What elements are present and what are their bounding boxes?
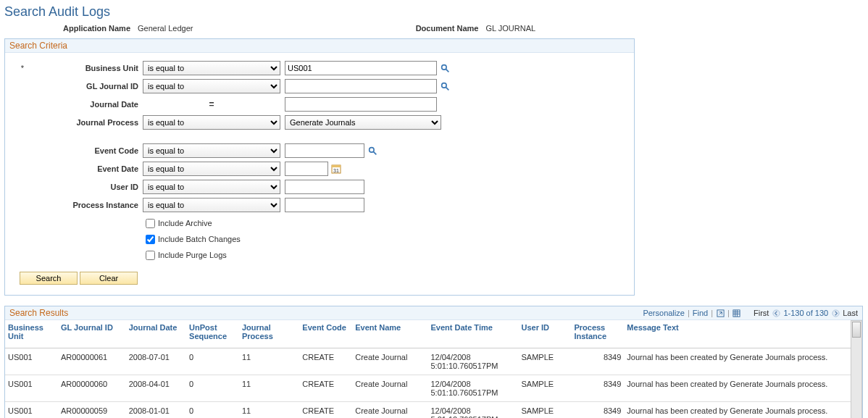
lookup-icon[interactable] [440, 81, 450, 91]
business-unit-label: Business Unit [27, 64, 143, 72]
cell-msg: Journal has been created by Generate Jou… [624, 375, 851, 402]
calendar-icon[interactable]: 31 [331, 164, 341, 174]
svg-point-2 [441, 83, 446, 88]
last-link[interactable]: Last [843, 309, 858, 317]
lookup-icon[interactable] [440, 63, 450, 73]
search-results-title: Search Results [9, 308, 68, 318]
cell-edt: 12/04/2008 5:01:10.760517PM [427, 375, 518, 402]
business-unit-op[interactable]: is equal to [143, 61, 280, 75]
col-unpost-sequence[interactable]: UnPost Sequence [186, 320, 239, 348]
results-table: Business Unit GL Journal ID Journal Date… [5, 320, 851, 418]
cell-ecode: CREATE [299, 402, 352, 419]
cell-jdate: 2008-04-01 [126, 375, 186, 402]
page-title: Search Audit Logs [4, 4, 864, 20]
svg-line-10 [719, 312, 722, 314]
find-link[interactable]: Find [693, 309, 708, 317]
table-row: US001AR000000592008-01-01011CREATECreate… [5, 402, 851, 419]
lookup-icon[interactable] [367, 146, 377, 156]
cell-ecode: CREATE [299, 375, 352, 402]
doc-name-value: GL JOURNAL [483, 24, 535, 33]
include-batch-checkbox[interactable] [146, 235, 155, 244]
cell-jproc: 11 [239, 402, 299, 419]
table-row: US001AR000000612008-07-01011CREATECreate… [5, 348, 851, 375]
cell-edt: 12/04/2008 5:01:10.760517PM [427, 402, 518, 419]
cell-jdate: 2008-07-01 [126, 348, 186, 375]
event-date-label: Event Date [27, 164, 143, 173]
gl-journal-id-input[interactable] [285, 79, 437, 93]
col-journal-process[interactable]: Journal Process [239, 320, 299, 348]
cell-jid: AR00000060 [58, 375, 126, 402]
cell-jproc: 11 [239, 348, 299, 375]
include-archive-label: Include Archive [158, 219, 212, 227]
prev-icon[interactable] [772, 309, 780, 317]
cell-msg: Journal has been created by Generate Jou… [624, 402, 851, 419]
required-marker: * [12, 64, 27, 72]
cell-unpost: 0 [186, 348, 239, 375]
process-instance-op[interactable]: is equal to [143, 198, 280, 212]
cell-uid: SAMPLE [518, 375, 571, 402]
svg-line-3 [446, 87, 448, 90]
scrollbar-thumb[interactable] [852, 322, 861, 338]
search-criteria-group: Search Criteria * Business Unit is equal… [4, 38, 635, 296]
gl-journal-id-op[interactable]: is equal to [143, 79, 280, 93]
user-id-input[interactable] [285, 180, 364, 194]
gl-journal-id-label: GL Journal ID [27, 82, 143, 91]
event-code-op[interactable]: is equal to [143, 143, 280, 158]
cell-bu: US001 [5, 402, 58, 419]
col-event-date-time[interactable]: Event Date Time [427, 320, 518, 348]
svg-point-0 [441, 64, 446, 70]
event-date-op[interactable]: is equal to [143, 162, 280, 176]
page-range: 1-130 of 130 [783, 309, 828, 317]
journal-process-value[interactable]: Generate Journals [285, 115, 441, 130]
cell-ecode: CREATE [299, 348, 352, 375]
event-code-input[interactable] [285, 143, 364, 158]
cell-jid: AR00000059 [58, 402, 126, 419]
app-name-label: Application Name [4, 24, 135, 33]
table-row: US001AR000000602008-04-01011CREATECreate… [5, 375, 851, 402]
scrollbar[interactable] [851, 320, 862, 418]
zoom-icon[interactable] [716, 309, 725, 317]
process-instance-input[interactable] [285, 198, 364, 212]
cell-ename: Create Journal [352, 375, 427, 402]
process-instance-label: Process Instance [27, 201, 143, 209]
cell-bu: US001 [5, 348, 58, 375]
svg-text:31: 31 [333, 168, 339, 173]
cell-unpost: 0 [186, 402, 239, 419]
event-code-label: Event Code [27, 146, 143, 155]
cell-jdate: 2008-01-01 [126, 402, 186, 419]
col-process-instance[interactable]: Process Instance [571, 320, 624, 348]
search-results-group: Search Results Personalize | Find | | Fi… [4, 306, 863, 418]
business-unit-input[interactable] [285, 61, 437, 75]
col-journal-date[interactable]: Journal Date [126, 320, 186, 348]
cell-pi: 8349 [571, 402, 624, 419]
search-criteria-title: Search Criteria [5, 39, 634, 53]
personalize-link[interactable]: Personalize [643, 309, 684, 317]
include-archive-checkbox[interactable] [146, 219, 155, 228]
cell-pi: 8349 [571, 375, 624, 402]
svg-point-16 [773, 309, 780, 316]
journal-process-op[interactable]: is equal to [143, 115, 280, 130]
col-user-id[interactable]: User ID [518, 320, 571, 348]
svg-point-4 [369, 147, 374, 152]
user-id-op[interactable]: is equal to [143, 180, 280, 194]
svg-rect-11 [733, 309, 740, 316]
col-business-unit[interactable]: Business Unit [5, 320, 58, 348]
user-id-label: User ID [27, 183, 143, 191]
cell-jid: AR00000061 [58, 348, 126, 375]
col-event-name[interactable]: Event Name [352, 320, 427, 348]
cell-pi: 8349 [571, 348, 624, 375]
cell-unpost: 0 [186, 375, 239, 402]
first-link[interactable]: First [754, 309, 769, 317]
svg-point-17 [832, 309, 839, 316]
clear-button[interactable]: Clear [80, 272, 138, 285]
event-date-input[interactable] [285, 162, 328, 176]
search-button[interactable]: Search [20, 272, 78, 285]
col-gl-journal-id[interactable]: GL Journal ID [58, 320, 126, 348]
journal-date-input[interactable] [285, 97, 437, 112]
journal-process-label: Journal Process [27, 118, 143, 127]
next-icon[interactable] [831, 309, 840, 317]
col-event-code[interactable]: Event Code [299, 320, 352, 348]
include-purge-checkbox[interactable] [146, 251, 155, 260]
grid-icon[interactable] [733, 309, 741, 317]
col-message-text[interactable]: Message Text [624, 320, 851, 348]
